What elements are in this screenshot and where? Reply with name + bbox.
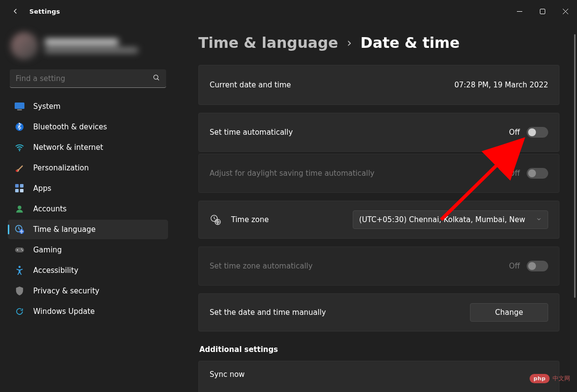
sidebar-item-label: Privacy & security [33,287,99,295]
sidebar-item-label: System [33,102,61,111]
card-title: Adjust for daylight saving time automati… [210,169,374,178]
back-button[interactable] [6,1,25,21]
chevron-down-icon [536,215,542,224]
card-title: Set time zone automatically [210,262,313,270]
card-current-datetime: Current date and time 07:28 PM, 19 March… [198,65,559,105]
sidebar-item-privacy[interactable]: Privacy & security [8,281,168,301]
timezone-select[interactable]: (UTC+05:30) Chennai, Kolkata, Mumbai, Ne… [353,210,548,229]
minimize-button[interactable] [508,3,531,19]
svg-rect-6 [15,103,24,109]
chevron-right-icon: › [347,36,352,50]
accounts-icon [15,204,24,214]
auto-time-toggle[interactable] [527,127,548,138]
svg-point-4 [154,75,158,80]
bluetooth-icon [15,122,24,132]
change-button[interactable]: Change [470,303,548,322]
avatar [11,32,38,60]
accessibility-icon [15,266,24,275]
nav-list: System Bluetooth & devices Network & int… [6,97,170,321]
sidebar-item-network[interactable]: Network & internet [8,138,168,157]
svg-point-8 [16,123,24,131]
sidebar-item-label: Personalization [33,164,89,172]
toggle-state-label: Off [509,169,520,178]
sidebar-item-label: Bluetooth & devices [33,123,107,131]
maximize-icon [540,9,545,14]
search-icon [152,74,160,83]
breadcrumb: Time & language › Date & time [198,34,559,51]
search-box[interactable] [10,69,166,88]
timezone-value: (UTC+05:30) Chennai, Kolkata, Mumbai, Ne… [359,215,525,224]
window-title: Settings [29,8,60,15]
card-title: Time zone [231,215,269,224]
timezone-icon [210,214,221,226]
system-icon [15,102,24,111]
svg-line-5 [157,79,159,80]
search-input[interactable] [10,69,166,88]
sidebar-item-label: Gaming [33,246,62,254]
sidebar-item-windows-update[interactable]: Windows Update [8,302,168,321]
sidebar-item-label: Accessibility [33,266,78,275]
svg-rect-7 [17,109,22,110]
card-title: Current date and time [210,81,291,89]
sidebar-item-apps[interactable]: Apps [8,179,168,198]
sidebar-item-system[interactable]: System [8,97,168,116]
sidebar-item-gaming[interactable]: Gaming [8,240,168,260]
card-title: Sync now [210,370,245,379]
svg-rect-13 [15,189,19,192]
svg-point-19 [17,249,19,251]
sidebar-item-bluetooth[interactable]: Bluetooth & devices [8,117,168,137]
shield-icon [15,286,24,296]
svg-rect-1 [540,9,545,14]
svg-point-21 [22,250,23,251]
update-icon [15,307,24,316]
main-content: Time & language › Date & time Current da… [188,22,570,392]
account-block[interactable] [6,29,170,62]
scrollbar-thumb[interactable] [574,34,576,298]
current-datetime-value: 07:28 PM, 19 March 2022 [454,81,548,89]
sidebar-item-label: Accounts [33,205,66,213]
sidebar-item-time-language[interactable]: Time & language [8,220,168,239]
sidebar-item-label: Time & language [33,225,96,234]
card-title: Set time automatically [210,128,293,137]
breadcrumb-parent[interactable]: Time & language [198,34,338,51]
card-timezone: Time zone (UTC+05:30) Chennai, Kolkata, … [198,201,559,239]
sidebar-item-label: Windows Update [33,307,95,316]
card-dst: Adjust for daylight saving time automati… [198,154,559,193]
svg-rect-12 [20,184,23,187]
sidebar-item-personalization[interactable]: Personalization [8,158,168,178]
sidebar-item-label: Network & internet [33,143,103,152]
sidebar-item-accessibility[interactable]: Accessibility [8,261,168,280]
svg-point-10 [16,170,18,172]
toggle-state-label: Off [509,262,520,270]
card-sync-now: Sync now [198,361,559,392]
sidebar-item-label: Apps [33,184,51,193]
svg-rect-18 [15,248,24,252]
watermark-text: 中文网 [553,374,570,383]
svg-point-22 [19,266,21,268]
svg-rect-11 [15,184,19,187]
watermark-badge: php [530,374,550,383]
close-icon [563,9,568,14]
clock-globe-icon [15,225,24,234]
card-title: Set the date and time manually [210,308,326,317]
wifi-icon [15,143,24,152]
settings-window: Settings [0,0,577,392]
gaming-icon [15,245,24,255]
maximize-button[interactable] [531,3,554,19]
card-auto-time: Set time automatically Off [198,113,559,152]
watermark: php 中文网 [530,374,570,383]
svg-point-15 [18,206,21,209]
svg-rect-14 [20,189,23,192]
window-controls [508,3,577,19]
page-title: Date & time [361,34,460,51]
auto-timezone-toggle [527,261,548,271]
back-arrow-icon [11,7,20,16]
toggle-state-label: Off [509,128,520,137]
button-label: Change [495,308,523,317]
close-button[interactable] [554,3,577,19]
sidebar-item-accounts[interactable]: Accounts [8,199,168,219]
apps-icon [15,184,24,193]
card-auto-timezone: Set time zone automatically Off [198,247,559,286]
additional-settings-heading: Additional settings [199,345,559,354]
titlebar: Settings [0,0,577,22]
